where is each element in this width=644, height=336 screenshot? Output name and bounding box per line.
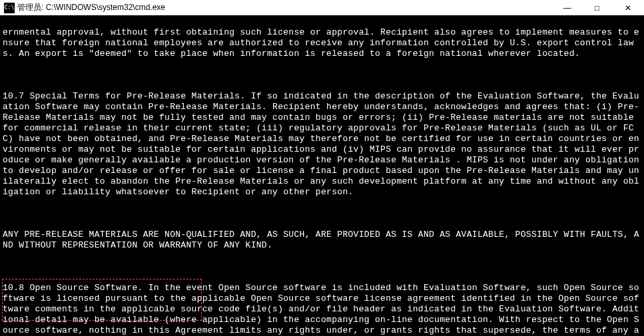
license-text-block-1: ernmental approval, without first obtain… <box>3 27 641 59</box>
minimize-button[interactable]: — <box>552 0 582 15</box>
license-text-block-2: 10.7 Special Terms for Pre-Release Mater… <box>3 91 641 198</box>
window-controls: — □ ✕ <box>552 0 644 15</box>
license-text-block-3: ANY PRE-RELEASE MATERIALS ARE NON-QUALIF… <box>3 230 641 251</box>
blank-line <box>3 208 641 219</box>
license-text-block-4: 10.8 Open Source Software. In the event … <box>3 283 641 336</box>
maximize-button[interactable]: □ <box>582 0 612 15</box>
cmd-icon: C:\ <box>4 3 15 13</box>
blank-line <box>3 261 641 272</box>
close-button[interactable]: ✕ <box>612 0 644 15</box>
window-title: 管理员: C:\WINDOWS\system32\cmd.exe <box>17 2 165 13</box>
window-titlebar: C:\ 管理员: C:\WINDOWS\system32\cmd.exe — □… <box>0 0 644 15</box>
blank-line <box>3 70 641 81</box>
terminal-output[interactable]: ernmental approval, without first obtain… <box>0 15 644 336</box>
